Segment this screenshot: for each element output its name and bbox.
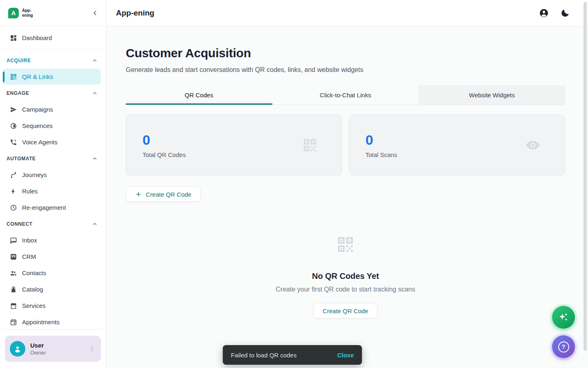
create-qr-code-label: Create QR Code — [323, 307, 368, 314]
chevron-left-icon — [92, 10, 98, 16]
sidebar-item-dashboard[interactable]: Dashboard — [2, 30, 101, 46]
stat-label: Total QR Codes — [143, 151, 186, 158]
sidebar-section-connect[interactable]: CONNECT — [0, 216, 106, 232]
sparkles-icon — [558, 312, 569, 323]
sidebar-section-automate[interactable]: AUTOMATE — [0, 151, 106, 166]
stat-label: Total Scans — [365, 151, 397, 158]
sidebar-footer: User Owner — [0, 329, 106, 368]
sidebar-item-label: Rules — [22, 188, 38, 195]
qr-code-icon — [336, 235, 355, 254]
help-button[interactable]: ? — [552, 335, 575, 358]
sidebar-item-re-engagement[interactable]: Re-engagement — [2, 200, 101, 215]
sidebar-section: ACQUIREQR & Links — [0, 53, 106, 85]
stat-value: 0 — [365, 132, 397, 147]
sidebar-item-voice-agents[interactable]: Voice Agents — [2, 134, 101, 150]
storefront-icon — [10, 302, 17, 310]
stat-card-total-qr-codes: 0 Total QR Codes — [126, 114, 342, 176]
floating-buttons: ? — [552, 306, 575, 358]
sidebar-section-engage[interactable]: ENGAGE — [0, 85, 106, 101]
chevron-up-icon — [92, 156, 98, 162]
user-card[interactable]: User Owner — [5, 336, 101, 362]
section-label: AUTOMATE — [7, 156, 36, 162]
sidebar-item-inbox[interactable]: Inbox — [2, 232, 101, 248]
avatar — [10, 341, 25, 357]
sidebar-item-crm[interactable]: CRM — [2, 249, 101, 265]
toast-notification: Failed to load QR codes Close — [223, 345, 362, 365]
section-label: ENGAGE — [7, 90, 29, 96]
sidebar-item-journeys[interactable]: Journeys — [2, 167, 101, 183]
tab-bar: QR Codes Click-to-Chat Links Website Wid… — [126, 85, 565, 105]
account-button[interactable] — [539, 8, 549, 18]
tab-click-to-chat-links[interactable]: Click-to-Chat Links — [272, 85, 419, 105]
chat-bubble-icon — [10, 237, 17, 244]
sequences-icon — [10, 122, 17, 130]
main-content: Customer Acquisition Generate leads and … — [106, 26, 588, 368]
sidebar-item-label: Sequences — [22, 122, 53, 129]
toast-message: Failed to load QR codes — [231, 352, 297, 359]
sidebar-item-label: Inbox — [22, 237, 37, 244]
divider — [0, 49, 106, 49]
stats-row: 0 Total QR Codes 0 Total Scans — [126, 114, 565, 176]
app-logo[interactable]: A App- ening — [8, 8, 33, 18]
qr-code-icon — [302, 137, 318, 153]
sidebar-section-acquire[interactable]: ACQUIRE — [0, 53, 106, 68]
plus-icon — [135, 191, 142, 197]
sidebar-item-label: Voice Agents — [22, 139, 58, 146]
chevron-up-icon — [92, 90, 98, 96]
tab-website-widgets[interactable]: Website Widgets — [419, 85, 565, 105]
section-label: CONNECT — [7, 221, 33, 227]
sidebar-item-label: Services — [22, 302, 46, 309]
topbar-actions — [539, 8, 570, 18]
sidebar-item-rules[interactable]: Rules — [2, 183, 101, 199]
create-qr-code-label: Create QR Code — [146, 191, 192, 198]
more-vert-icon — [89, 346, 95, 352]
sidebar-item-label: Catalog — [22, 286, 43, 293]
user-meta: User Owner — [30, 342, 82, 356]
sidebar-item-appointments[interactable]: Appointments — [2, 314, 101, 329]
question-mark-icon: ? — [558, 341, 569, 352]
shopping-bag-icon — [10, 286, 17, 293]
sidebar-item-catalog[interactable]: Catalog — [2, 281, 101, 297]
page-subtitle: Generate leads and start conversations w… — [126, 65, 565, 74]
dark-mode-toggle[interactable] — [560, 8, 570, 18]
scrollbar-thumb[interactable] — [584, 2, 587, 351]
user-name: User — [30, 342, 82, 349]
sidebar-item-label: Appointments — [22, 319, 60, 325]
user-menu-button[interactable] — [87, 344, 97, 354]
empty-state: No QR Codes Yet Create your first QR cod… — [126, 235, 565, 319]
sidebar-item-sequences[interactable]: Sequences — [2, 118, 101, 134]
person-icon — [13, 344, 22, 353]
section-label: ACQUIRE — [7, 58, 31, 63]
create-qr-code-button[interactable]: Create QR Code — [126, 186, 201, 202]
sidebar: A App- ening DashboardACQUIREQR & LinksE… — [0, 0, 106, 368]
app-logo-text: App- ening — [22, 8, 33, 18]
empty-state-title: No QR Codes Yet — [312, 272, 379, 281]
topbar-title: App-ening — [116, 9, 154, 18]
sidebar-item-label: Dashboard — [22, 34, 52, 41]
send-icon — [10, 106, 17, 113]
sidebar-item-services[interactable]: Services — [2, 298, 101, 314]
sidebar-item-label: Journeys — [22, 171, 47, 178]
ai-assistant-button[interactable] — [552, 306, 575, 329]
stat-card-total-scans: 0 Total Scans — [349, 114, 565, 176]
sidebar-item-contacts[interactable]: Contacts — [2, 265, 101, 281]
sidebar-section: AUTOMATEJourneysRulesRe-engagement — [0, 151, 106, 215]
tab-qr-codes[interactable]: QR Codes — [126, 85, 272, 105]
qr-code-icon — [10, 73, 17, 81]
people-icon — [10, 269, 17, 277]
page-title: Customer Acquisition — [126, 45, 565, 61]
sidebar-item-label: CRM — [22, 253, 36, 260]
sidebar-item-qr-links[interactable]: QR & Links — [2, 69, 101, 85]
empty-state-create-qr-code-button[interactable]: Create QR Code — [313, 303, 378, 319]
toast-close-button[interactable]: Close — [337, 352, 354, 359]
sidebar-section: CONNECTInboxCRMContactsCatalogServicesAp… — [0, 216, 106, 329]
app-logo-icon: A — [8, 8, 19, 18]
sidebar-item-label: Contacts — [22, 269, 46, 276]
sidebar-item-label: QR & Links — [22, 73, 53, 80]
sidebar-item-campaigns[interactable]: Campaigns — [2, 101, 101, 117]
sidebar-collapse-button[interactable] — [92, 10, 98, 16]
dashboard-icon — [10, 34, 17, 42]
clock-icon — [10, 204, 17, 211]
bolt-icon — [10, 188, 17, 195]
sidebar-item-label: Re-engagement — [22, 204, 66, 211]
